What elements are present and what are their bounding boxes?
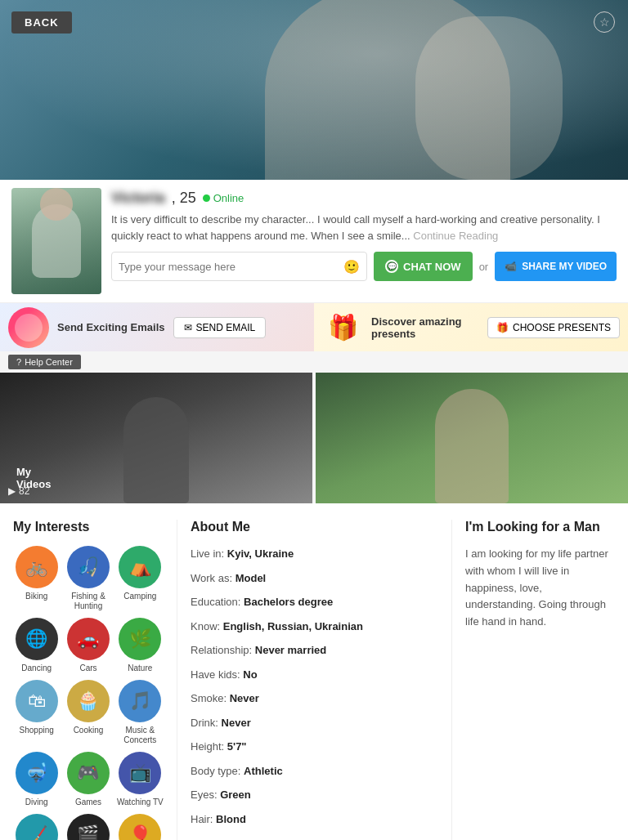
profile-name: Victoria [111, 190, 165, 207]
interest-label: Camping [123, 592, 156, 601]
interest-circle: 🚲 [16, 546, 58, 588]
photo-overlay: My Videos ▶ 82 [8, 485, 29, 497]
interest-circle: 🎣 [67, 546, 110, 588]
message-row: 🙂 💬 CHAT NOW or 📹 SHARE MY VIDEO [111, 252, 617, 281]
choose-presents-button[interactable]: 🎁 CHOOSE PRESENTS [487, 317, 620, 338]
interest-item: 🚲 Biking [13, 546, 60, 611]
hero-section: BACK ☆ [0, 0, 628, 180]
about-column: About Me Live in: Kyiv, UkraineWork as: … [177, 520, 451, 840]
profile-age: , 25 [172, 190, 196, 207]
about-row: Have kids: No [191, 667, 438, 683]
avatar-blur-overlay [11, 188, 101, 294]
share-video-icon: 📹 [505, 261, 517, 272]
about-row: Eyes: Green [191, 787, 438, 803]
email-banner-text: Send Exciting Emails [57, 321, 165, 333]
email-banner: Send Exciting Emails ✉ SEND EMAIL ? Help… [0, 303, 314, 351]
help-center-button[interactable]: ? Help Center [8, 355, 81, 369]
about-row: Education: Bachelors degree [191, 594, 438, 610]
online-status-label: Online [213, 192, 244, 204]
chat-now-label: CHAT NOW [403, 261, 461, 273]
favorite-star-icon[interactable]: ☆ [594, 11, 615, 33]
or-separator: or [479, 261, 489, 273]
interest-item: 🎈 Travelling [117, 814, 164, 840]
photo-figure-right [435, 389, 509, 503]
interest-circle: 🎈 [119, 814, 161, 840]
profile-section: Victoria , 25 Online It is very difficul… [0, 180, 628, 302]
help-icon: ? [16, 357, 21, 367]
interest-item: 🛍 Shopping [13, 680, 60, 745]
photo-left[interactable]: My Videos ▶ 82 [0, 373, 312, 503]
about-row: Relationship: Never married [191, 642, 438, 659]
about-row: Smoke: Never [191, 690, 438, 707]
about-row: Body type: Athletic [191, 763, 438, 780]
interest-item: 🧁 Cooking [65, 680, 111, 745]
interest-circle: 🏒 [16, 814, 58, 840]
interest-label: Music & Concerts [117, 726, 164, 745]
interest-circle: 📺 [119, 752, 161, 794]
online-badge: Online [203, 192, 244, 204]
send-email-label: SEND EMAIL [196, 322, 256, 333]
present-icon: 🎁 [496, 322, 509, 333]
interest-item: 🎮 Games [65, 752, 111, 807]
help-center-label: Help Center [25, 357, 73, 367]
interest-item: 🌐 Dancing [13, 618, 60, 673]
interest-label: Biking [25, 592, 47, 601]
interest-circle: 🚗 [67, 618, 110, 660]
bottom-section: My Interests 🚲 Biking 🎣 Fishing & Huntin… [0, 503, 628, 840]
share-video-label: SHARE MY VIDEO [522, 261, 607, 272]
avatar [11, 188, 101, 294]
interest-circle: 🎮 [67, 752, 110, 794]
interest-label: Fishing & Hunting [65, 592, 111, 611]
presents-banner: 🎁 Discover amazing presents 🎁 CHOOSE PRE… [314, 303, 628, 351]
choose-presents-label: CHOOSE PRESENTS [513, 322, 611, 333]
about-row: Work as: Model [191, 570, 438, 587]
interest-circle: 🎬 [67, 814, 110, 840]
interest-item: ⛺ Camping [117, 546, 164, 611]
interest-label: Watching TV [117, 798, 164, 807]
presents-banner-graphic: 🎁 [322, 307, 363, 348]
photo-figure-left [123, 397, 189, 503]
interest-item: 🎵 Music & Concerts [117, 680, 164, 745]
continue-reading-link[interactable]: Continue Reading [413, 230, 498, 242]
play-icon: ▶ [8, 485, 16, 497]
back-button[interactable]: BACK [11, 11, 72, 34]
avatar-figure [32, 204, 81, 278]
profile-name-row: Victoria , 25 Online [111, 190, 617, 207]
about-row: Hair: Blond [191, 811, 438, 828]
videos-label: My Videos [16, 466, 51, 490]
profile-bio: It is very difficult to describe my char… [111, 212, 617, 244]
interests-column: My Interests 🚲 Biking 🎣 Fishing & Huntin… [13, 520, 177, 840]
interest-item: 🎣 Fishing & Hunting [65, 546, 111, 611]
interest-item: 🤿 Diving [13, 752, 60, 807]
interest-item: 🚗 Cars [65, 618, 111, 673]
photos-section: My Videos ▶ 82 [0, 373, 628, 503]
presents-banner-text: Discover amazing presents [371, 315, 479, 340]
interest-label: Diving [25, 798, 48, 807]
message-input[interactable] [119, 261, 343, 273]
about-row: Live in: Kyiv, Ukraine [191, 546, 438, 562]
interest-label: Nature [128, 664, 152, 673]
about-title: About Me [191, 520, 438, 534]
interest-label: Shopping [20, 726, 54, 735]
email-icon: ✉ [184, 322, 192, 333]
interest-circle: 🛍 [16, 680, 58, 722]
looking-title: I'm Looking for a Man [465, 520, 615, 534]
chat-icon: 💬 [385, 260, 398, 273]
interest-label: Cars [79, 664, 96, 673]
send-email-button[interactable]: ✉ SEND EMAIL [173, 317, 267, 338]
interest-item: 🏒 Hockey [13, 814, 60, 840]
about-row: Drink: Never [191, 715, 438, 731]
interest-item: 🎬 Movies [65, 814, 111, 840]
share-video-button[interactable]: 📹 SHARE MY VIDEO [495, 252, 617, 281]
interests-title: My Interests [13, 520, 164, 534]
chat-now-button[interactable]: 💬 CHAT NOW [374, 252, 473, 281]
online-dot [203, 194, 210, 202]
looking-column: I'm Looking for a Man I am looking for m… [451, 520, 615, 840]
interest-item: 📺 Watching TV [117, 752, 164, 807]
interests-grid: 🚲 Biking 🎣 Fishing & Hunting ⛺ Camping 🌐… [13, 546, 164, 840]
interest-item: 🌿 Nature [117, 618, 164, 673]
looking-text: I am looking for my life partner with wh… [465, 546, 615, 631]
emoji-button[interactable]: 🙂 [343, 259, 360, 275]
profile-info: Victoria , 25 Online It is very difficul… [111, 188, 617, 281]
photo-right[interactable] [316, 373, 628, 503]
